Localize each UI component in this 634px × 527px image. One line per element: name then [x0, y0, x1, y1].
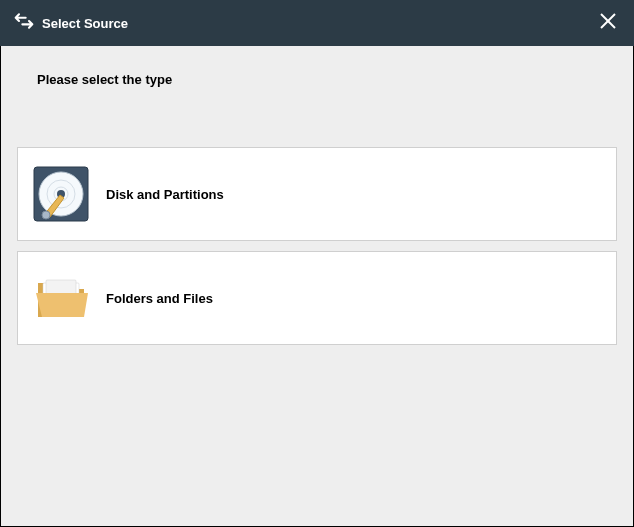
- option-folders-files[interactable]: Folders and Files: [17, 251, 617, 345]
- prompt-text: Please select the type: [1, 46, 633, 87]
- folder-icon: [32, 269, 90, 327]
- option-label: Disk and Partitions: [106, 187, 224, 202]
- dialog-window: Select Source Please select the type: [0, 0, 634, 527]
- titlebar-left: Select Source: [14, 11, 128, 35]
- close-icon: [599, 12, 617, 34]
- options-list: Disk and Partitions Folders and Files: [1, 87, 633, 345]
- dialog-title: Select Source: [42, 16, 128, 31]
- titlebar: Select Source: [0, 0, 634, 46]
- disk-icon: [32, 165, 90, 223]
- close-button[interactable]: [596, 11, 620, 35]
- dialog-content: Please select the type Disk and Pa: [0, 46, 634, 527]
- swap-icon: [14, 11, 34, 35]
- svg-point-8: [42, 211, 50, 219]
- option-disk-partitions[interactable]: Disk and Partitions: [17, 147, 617, 241]
- option-label: Folders and Files: [106, 291, 213, 306]
